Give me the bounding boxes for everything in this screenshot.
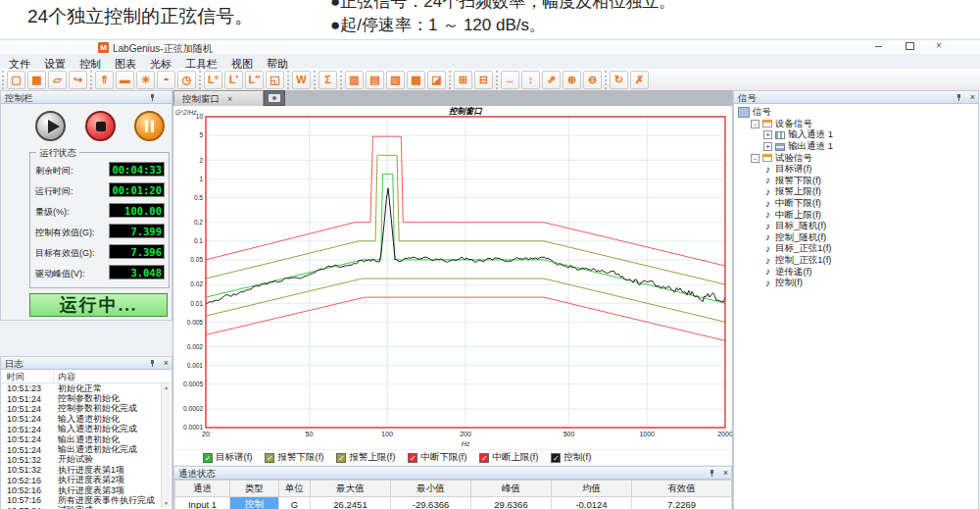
tree-item[interactable]: ♪控制_正弦1(f) xyxy=(734,255,978,267)
banner-bullet-2: ●起/停速率：1 ～ 120 dB/s。 xyxy=(330,14,840,36)
close-icon[interactable]: × xyxy=(164,357,169,369)
sum-sigma-button[interactable]: Σ xyxy=(318,71,337,89)
chart-dark-button[interactable]: ◪ xyxy=(427,71,446,89)
level-3-button[interactable]: L″ xyxy=(245,71,264,89)
tree-item[interactable]: ♪报警下限(f) xyxy=(734,176,978,187)
chart-bars-3-button[interactable]: ▧ xyxy=(386,71,405,89)
chart-bars-1-button[interactable]: ▥ xyxy=(345,71,364,89)
chart-bars-2-button[interactable]: ▤ xyxy=(366,71,384,89)
tree-item[interactable]: ♪目标_正弦1(f) xyxy=(734,243,978,255)
export-button[interactable]: ↪ xyxy=(69,71,87,89)
screen-button[interactable]: ▬ xyxy=(116,71,134,89)
scroll-down-icon[interactable]: ▼ xyxy=(162,500,171,507)
log-panel-title: 日志 xyxy=(5,358,24,369)
level-2-button[interactable]: L′ xyxy=(224,71,243,89)
color-rings-button[interactable]: ◓ xyxy=(157,71,175,89)
tree-item[interactable]: ♪中断下限(f) xyxy=(734,198,978,210)
expand-icon[interactable]: + xyxy=(763,142,772,151)
table-cell: Input 1 xyxy=(175,497,230,509)
close-icon[interactable]: × xyxy=(723,467,728,479)
zoom-out-button[interactable]: ⊖ xyxy=(583,71,602,89)
pin-icon[interactable] xyxy=(149,360,156,368)
chart-grid-button[interactable]: ▩ xyxy=(407,71,425,89)
collapse-icon[interactable]: - xyxy=(751,154,760,163)
window-close-button[interactable]: × xyxy=(927,40,951,53)
pause-button[interactable] xyxy=(134,111,165,141)
tree-item[interactable]: ♪目标谱(f) xyxy=(734,164,978,176)
tree-item[interactable]: +输入通道 1 xyxy=(734,129,978,141)
signal-tree: 信号-设备信号+输入通道 1+输出通道 1-试验信号♪目标谱(f)♪报警下限(f… xyxy=(734,104,978,289)
word-report-button[interactable]: W xyxy=(292,71,311,89)
y-tick-label: 0.05 xyxy=(190,256,203,263)
pin-icon[interactable] xyxy=(956,94,962,102)
camera-icon xyxy=(269,94,280,102)
fit-vertical-button[interactable]: ↕ xyxy=(521,71,540,89)
level-1-button[interactable]: L° xyxy=(204,71,222,89)
tree-item[interactable]: ♪逆传递(f) xyxy=(734,266,978,278)
tree-item[interactable]: ♪中断上限(f) xyxy=(734,209,978,221)
expand-icon[interactable]: + xyxy=(763,130,772,139)
running-indicator[interactable]: 运行中... xyxy=(29,293,168,317)
layout-split-button[interactable]: ⊞ xyxy=(454,71,472,89)
menubar: 文件设置控制图表光标工具栏视图帮助 xyxy=(2,54,295,69)
print-button[interactable]: ⇑ xyxy=(95,71,114,89)
stop-icon xyxy=(96,122,106,131)
tree-item[interactable]: -设备信号 xyxy=(734,119,978,130)
scroll-up-icon[interactable]: ▲ xyxy=(162,384,171,391)
log-scrollbar[interactable]: ▲ ▼ xyxy=(161,383,171,508)
maximize-button[interactable] xyxy=(898,40,921,53)
log-time: 10:51:24 xyxy=(1,445,58,455)
tree-item[interactable]: ♪目标_随机(f) xyxy=(734,221,978,232)
toolbar-group-7: ↔↕⇗⊕⊖ xyxy=(496,71,605,89)
collapse-icon[interactable]: - xyxy=(751,120,760,128)
start-button[interactable] xyxy=(35,111,66,141)
tree-item[interactable]: +输出通道 1 xyxy=(734,141,978,153)
fit-horizontal-button[interactable]: ↔ xyxy=(501,71,519,89)
table-cell: -29.6366 xyxy=(391,497,471,509)
column-divider xyxy=(53,371,54,382)
fit-diagonal-button[interactable]: ⇗ xyxy=(542,71,561,89)
legend-checkbox[interactable]: ✓ xyxy=(408,453,417,463)
legend-checkbox[interactable]: ✓ xyxy=(479,453,489,463)
tree-item[interactable]: ♪控制(f) xyxy=(734,278,978,289)
log-panel: 日志 × 时间 内容 10:51:23初始化正常10:51:24控制参数初始化1… xyxy=(0,356,172,509)
signal-icon: ♪ xyxy=(763,256,772,266)
open-button[interactable]: ▱ xyxy=(48,71,67,89)
legend-checkbox[interactable]: ✓ xyxy=(551,453,561,463)
minimize-button[interactable] xyxy=(866,40,890,53)
refresh-button[interactable]: ↻ xyxy=(610,71,628,89)
tree-item[interactable]: ♪控制_随机(f) xyxy=(734,232,978,244)
pin-icon[interactable] xyxy=(709,470,715,478)
minimize-icon xyxy=(875,46,882,47)
y-tick-label: 0.005 xyxy=(187,319,204,326)
log-time: 10:52:16 xyxy=(1,485,58,495)
signal-icon: ♪ xyxy=(763,165,772,175)
status-row: 量级(%):100.00 xyxy=(35,203,165,219)
tab-control-window[interactable]: 控制窗口 × xyxy=(173,90,264,106)
snapshot-tab[interactable] xyxy=(264,90,285,106)
schedule-clock-button[interactable]: ◷ xyxy=(177,71,196,89)
close-icon[interactable]: × xyxy=(970,91,975,103)
x-tick-label: 2000 xyxy=(717,431,732,437)
legend-checkbox[interactable]: ✓ xyxy=(203,453,213,463)
tree-item[interactable]: ♪报警上限(f) xyxy=(734,186,978,198)
windows-layout-button[interactable]: ◱ xyxy=(266,71,284,89)
log-panel-header: 日志 × xyxy=(1,357,172,370)
tree-item[interactable]: 信号 xyxy=(734,107,978,119)
y-tick-label: 0.0002 xyxy=(183,405,203,412)
layout-lock-button[interactable]: ⊟ xyxy=(474,71,493,89)
legend-checkbox[interactable]: ✓ xyxy=(336,453,346,463)
table-row[interactable]: Input 1控制G26.2451-29.636629.6366-0.01247… xyxy=(175,497,732,509)
pin-icon[interactable] xyxy=(149,94,156,102)
signal-icon: ♪ xyxy=(763,232,772,242)
zoom-in-button[interactable]: ⊕ xyxy=(563,71,581,89)
tab-close-icon[interactable]: × xyxy=(227,94,232,104)
cancel-button[interactable]: ✗ xyxy=(630,71,649,89)
tree-item[interactable]: -试验信号 xyxy=(734,152,978,164)
legend-checkbox[interactable]: ✓ xyxy=(265,453,274,463)
stop-button[interactable] xyxy=(85,111,116,141)
new-file-button[interactable]: ▢ xyxy=(7,71,25,89)
settings-gear-button[interactable]: ✳ xyxy=(136,71,155,89)
save-button[interactable]: ▦ xyxy=(27,71,46,89)
control-chart-svg[interactable]: 105210.50.20.10.050.020.010.0050.0020.00… xyxy=(173,106,732,449)
